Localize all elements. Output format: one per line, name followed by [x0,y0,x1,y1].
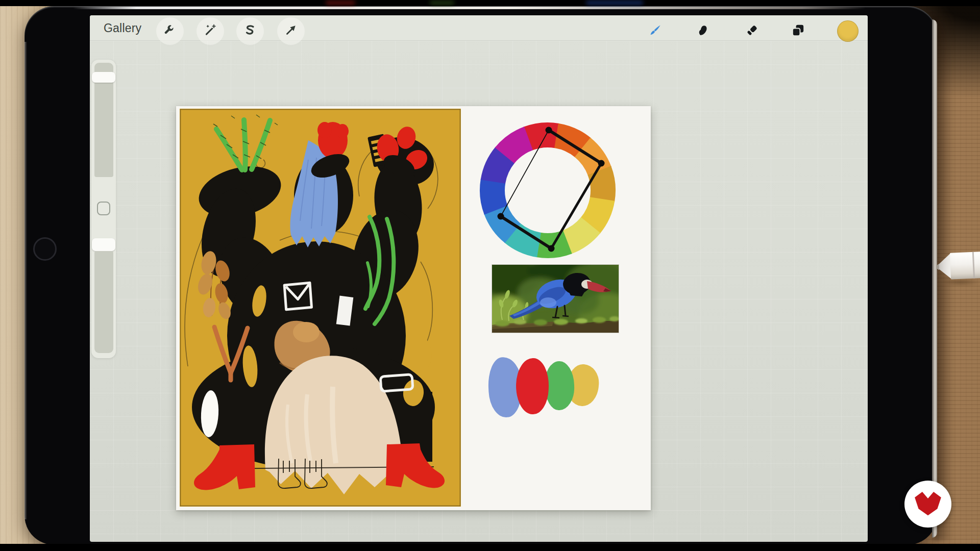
harmony-node [498,213,504,220]
color-wheel-study [479,121,618,260]
opacity-slider[interactable] [94,251,113,353]
magic-wand-icon [204,23,217,39]
eraser-icon [745,23,759,39]
sidebar [91,60,116,358]
reference-photo [492,264,619,333]
palette-swatches [487,354,605,421]
watermark-glyph [914,492,942,516]
apple-pencil [934,247,980,286]
brush-size-handle[interactable] [92,72,115,83]
tablet-edge-right [932,19,937,538]
brush-tool-button[interactable] [643,19,667,43]
video-frame: Gallery [0,0,980,551]
tablet-edge-highlight [73,7,866,9]
active-color-swatch [837,20,859,42]
channel-watermark [904,481,951,528]
letterbox-bottom [0,544,980,551]
tablet-device: Gallery [24,6,937,545]
transform-arrow-icon [284,23,298,39]
paint-brush-icon [648,23,662,39]
selection-s-icon [243,23,257,39]
harmony-node [546,127,552,134]
app-screen: Gallery [90,15,868,542]
video-artifact [430,1,454,5]
reference-photo-image [492,265,619,333]
eraser-tool-button[interactable] [740,19,764,43]
layers-tool-button[interactable] [786,19,810,43]
letterbox-top [0,0,980,6]
canvas-page[interactable] [176,106,651,510]
home-button[interactable] [33,237,57,261]
smudge-tool-button[interactable] [691,19,715,43]
harmony-node [598,160,605,167]
video-artifact [586,1,643,5]
tablet-edge-left [24,42,27,519]
canvas-area[interactable] [90,41,868,542]
layers-icon [791,23,805,39]
opacity-handle[interactable] [92,238,115,251]
video-artifact [326,1,355,5]
harmony-node [548,245,555,252]
gallery-button[interactable]: Gallery [104,15,141,41]
modify-button[interactable] [97,202,110,215]
color-tool-button[interactable] [836,19,860,43]
smudge-finger-icon [696,23,710,39]
paint-swatch-red [515,358,550,415]
wrench-icon [163,23,177,39]
toolbar: Gallery [90,15,868,41]
pencil-body [950,252,980,280]
artwork-illustration [180,109,461,507]
